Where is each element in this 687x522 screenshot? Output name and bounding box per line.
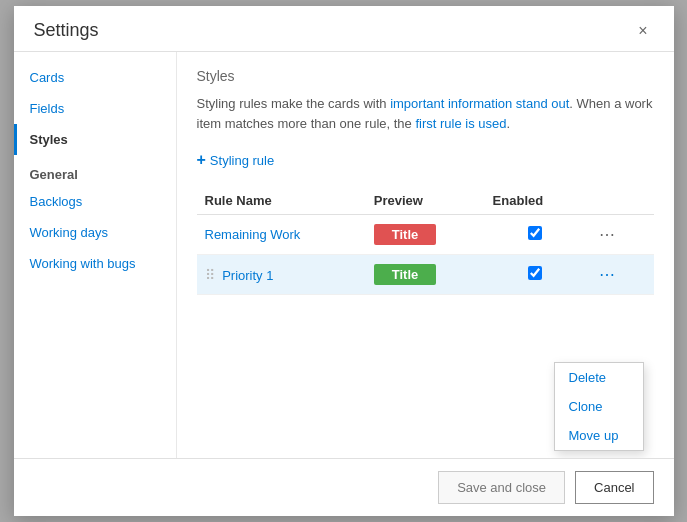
modal-header: Settings × bbox=[14, 6, 674, 52]
content-area: Styles Styling rules make the cards with… bbox=[177, 52, 674, 458]
enabled-cell bbox=[485, 255, 586, 295]
close-button[interactable]: × bbox=[632, 21, 653, 41]
rule-name-cell: ⠿ Priority 1 bbox=[197, 255, 366, 295]
drag-handle-icon[interactable]: ⠿ bbox=[205, 267, 215, 283]
rule-name-link[interactable]: Remaining Work bbox=[205, 227, 301, 242]
col-actions bbox=[585, 187, 653, 215]
table-row: Remaining Work Title ⋯ bbox=[197, 215, 654, 255]
table-row: ⠿ Priority 1 Title ⋯ bbox=[197, 255, 654, 295]
more-cell: ⋯ bbox=[585, 215, 653, 255]
enabled-checkbox-1[interactable] bbox=[528, 266, 542, 280]
more-button-1[interactable]: ⋯ bbox=[593, 263, 622, 286]
context-menu-move-up[interactable]: Move up bbox=[555, 421, 643, 450]
rule-name-cell: Remaining Work bbox=[197, 215, 366, 255]
sidebar-item-styles[interactable]: Styles bbox=[14, 124, 176, 155]
sidebar: Cards Fields Styles General Backlogs Wor… bbox=[14, 52, 177, 458]
add-rule-label: Styling rule bbox=[210, 153, 274, 168]
sidebar-section-general: General bbox=[14, 155, 176, 186]
sidebar-item-cards[interactable]: Cards bbox=[14, 62, 176, 93]
plus-icon: + bbox=[197, 151, 206, 169]
col-rule-name: Rule Name bbox=[197, 187, 366, 215]
rules-table: Rule Name Preview Enabled Remaining Work bbox=[197, 187, 654, 295]
modal-footer: Save and close Cancel bbox=[14, 458, 674, 516]
modal-body: Cards Fields Styles General Backlogs Wor… bbox=[14, 52, 674, 458]
desc-link-1[interactable]: important information stand out bbox=[390, 96, 569, 111]
context-menu-delete[interactable]: Delete bbox=[555, 363, 643, 392]
enabled-cell bbox=[485, 215, 586, 255]
sidebar-item-backlogs[interactable]: Backlogs bbox=[14, 186, 176, 217]
modal-title: Settings bbox=[34, 20, 99, 41]
enabled-checkbox-0[interactable] bbox=[528, 226, 542, 240]
sidebar-item-fields[interactable]: Fields bbox=[14, 93, 176, 124]
sidebar-item-working-with-bugs[interactable]: Working with bugs bbox=[14, 248, 176, 279]
context-menu-clone[interactable]: Clone bbox=[555, 392, 643, 421]
settings-modal: Settings × Cards Fields Styles General B… bbox=[14, 6, 674, 516]
context-menu: Delete Clone Move up bbox=[554, 362, 644, 451]
description: Styling rules make the cards with import… bbox=[197, 94, 654, 133]
desc-link-2[interactable]: first rule is used bbox=[415, 116, 506, 131]
preview-cell: Title bbox=[366, 255, 485, 295]
preview-badge-green: Title bbox=[374, 264, 437, 285]
more-button-0[interactable]: ⋯ bbox=[593, 223, 622, 246]
add-styling-rule-button[interactable]: + Styling rule bbox=[197, 149, 275, 171]
cancel-button[interactable]: Cancel bbox=[575, 471, 653, 504]
more-cell: ⋯ bbox=[585, 255, 653, 295]
content-title: Styles bbox=[197, 68, 654, 84]
preview-badge-red: Title bbox=[374, 224, 437, 245]
sidebar-item-working-days[interactable]: Working days bbox=[14, 217, 176, 248]
save-close-button[interactable]: Save and close bbox=[438, 471, 565, 504]
rule-name-link[interactable]: Priority 1 bbox=[222, 268, 273, 283]
col-enabled: Enabled bbox=[485, 187, 586, 215]
col-preview: Preview bbox=[366, 187, 485, 215]
preview-cell: Title bbox=[366, 215, 485, 255]
modal-overlay: Settings × Cards Fields Styles General B… bbox=[0, 0, 687, 522]
